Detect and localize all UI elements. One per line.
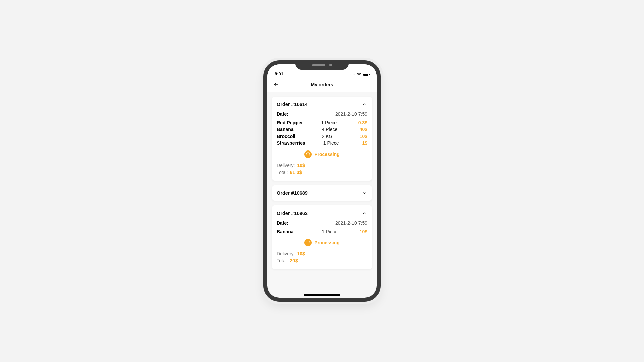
order-date: 2021-2-10 7:59 [335, 111, 367, 117]
order-card: Order #10962 Date: 2021-2-10 7:59 Banana… [272, 205, 372, 269]
item-qty: 1 Piece [321, 119, 358, 126]
order-item: Banana 1 Piece 10$ [277, 228, 367, 235]
status-right: •••• [350, 73, 369, 76]
order-card: Order #10614 Date: 2021-2-10 7:59 Red Pe… [272, 97, 372, 181]
status-time: 8:01 [275, 71, 283, 76]
date-label: Date: [277, 111, 288, 117]
order-title: Order #10689 [277, 190, 308, 196]
page-title: My orders [267, 82, 377, 87]
item-price: 1$ [362, 140, 367, 146]
order-header[interactable]: Order #10962 [277, 210, 367, 216]
order-item: Broccoli 2 KG 10$ [277, 133, 367, 140]
processing-icon [304, 150, 312, 158]
order-summary: Delivery: 10$ Total: 61.3$ [277, 162, 367, 176]
order-date-row: Date: 2021-2-10 7:59 [277, 111, 367, 117]
order-card: Order #10689 [272, 185, 372, 201]
back-button[interactable] [272, 81, 280, 89]
chevron-up-icon [361, 101, 367, 107]
total-value: 20$ [290, 257, 298, 264]
chevron-down-icon [361, 190, 367, 196]
item-qty: 1 Piece [323, 140, 362, 146]
order-title: Order #10962 [277, 210, 308, 216]
phone-screen: 8:01 •••• My orders Order #10614 [267, 64, 377, 298]
item-qty: 2 KG [322, 133, 360, 140]
total-label: Total: [277, 169, 288, 176]
delivery-label: Delivery: [277, 250, 295, 257]
order-item: Strawberries 1 Piece 1$ [277, 140, 367, 146]
item-price: 40$ [360, 126, 367, 133]
order-title: Order #10614 [277, 102, 308, 107]
processing-icon [304, 239, 312, 246]
delivery-label: Delivery: [277, 162, 295, 169]
svg-point-1 [306, 241, 310, 245]
item-price: 10$ [360, 133, 367, 140]
status-text: Processing [314, 240, 339, 245]
item-price: 10$ [360, 228, 367, 235]
orders-list[interactable]: Order #10614 Date: 2021-2-10 7:59 Red Pe… [267, 92, 377, 298]
total-label: Total: [277, 257, 288, 264]
order-header[interactable]: Order #10689 [277, 190, 367, 196]
battery-icon [363, 73, 369, 76]
order-status: Processing [277, 239, 367, 246]
item-qty: 4 Piece [322, 126, 360, 133]
arrow-left-icon [273, 82, 279, 88]
chevron-up-icon [361, 210, 367, 216]
item-price: 0.3$ [358, 119, 367, 126]
item-name: Strawberries [277, 140, 323, 146]
item-name: Broccoli [277, 133, 322, 140]
delivery-value: 10$ [297, 250, 305, 257]
delivery-value: 10$ [297, 162, 305, 169]
order-status: Processing [277, 150, 367, 158]
total-value: 61.3$ [290, 169, 302, 176]
svg-point-0 [306, 153, 310, 156]
cellular-icon: •••• [350, 73, 355, 76]
order-date: 2021-2-10 7:59 [335, 220, 367, 226]
order-item: Banana 4 Piece 40$ [277, 126, 367, 133]
order-date-row: Date: 2021-2-10 7:59 [277, 220, 367, 226]
phone-frame: 8:01 •••• My orders Order #10614 [263, 60, 381, 302]
order-header[interactable]: Order #10614 [277, 101, 367, 107]
status-text: Processing [314, 152, 339, 157]
wifi-icon [357, 73, 361, 76]
order-items: Red Pepper 1 Piece 0.3$ Banana 4 Piece 4… [277, 119, 367, 146]
home-indicator [304, 294, 340, 296]
order-items: Banana 1 Piece 10$ [277, 228, 367, 235]
nav-bar: My orders [267, 78, 377, 92]
order-item: Red Pepper 1 Piece 0.3$ [277, 119, 367, 126]
item-name: Banana [277, 126, 322, 133]
item-name: Banana [277, 228, 322, 235]
order-summary: Delivery: 10$ Total: 20$ [277, 250, 367, 264]
item-qty: 1 Piece [322, 228, 360, 235]
device-notch [295, 60, 349, 70]
item-name: Red Pepper [277, 119, 321, 126]
date-label: Date: [277, 220, 288, 226]
